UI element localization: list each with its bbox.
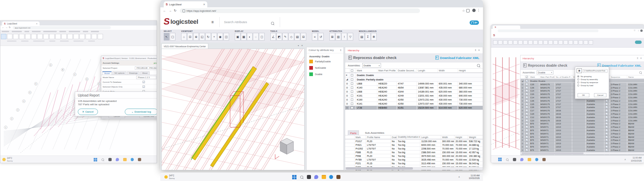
column-header[interactable]: Main Part Profile (377, 69, 397, 72)
tray-chevron-icon[interactable]: ∧ (624, 158, 626, 161)
search-icon[interactable] (477, 64, 480, 67)
row-expander[interactable]: ⊞ (521, 119, 525, 122)
row-expander[interactable]: ⊞ (345, 98, 350, 102)
ribbon-tool-button[interactable] (73, 34, 79, 39)
row-checkbox[interactable] (526, 113, 528, 115)
row-checkbox[interactable] (526, 122, 528, 125)
assemblies-dropdown[interactable]: Doable▾ (537, 70, 553, 74)
home-view-icon[interactable]: ⌂ (181, 33, 187, 41)
menu-kebab-icon[interactable]: ⋮ (477, 8, 480, 12)
toolbar-button[interactable] (553, 40, 558, 45)
column-header[interactable]: Height (458, 69, 483, 72)
column-header[interactable]: Width (438, 69, 458, 72)
close-icon[interactable]: ✕ (640, 57, 642, 60)
export-tab-about[interactable]: About (140, 71, 150, 75)
right-assembly-row[interactable]: ⊞C12WS8X17516/16Available2-Phase 2COLUMN (521, 116, 644, 119)
export-tab-nc-options[interactable]: NC options (112, 71, 126, 75)
viewport-minimize-icon[interactable]: ▾ (298, 44, 299, 47)
row-expander[interactable]: ⊟ (345, 106, 350, 110)
bookmark-star-icon[interactable]: ☆ (634, 29, 636, 32)
row-expander[interactable]: ⊞ (521, 106, 525, 109)
chat-icon[interactable] (115, 158, 119, 161)
isolate-parts-icon[interactable]: ◻ (259, 33, 265, 41)
ribbon-tool-button[interactable] (55, 34, 61, 39)
camera-icon[interactable]: ◫ (223, 33, 229, 41)
markup-icon[interactable]: ✎ (282, 33, 288, 41)
file-explorer-icon[interactable] (123, 158, 126, 161)
row-checkbox[interactable] (526, 136, 528, 138)
group-expander[interactable]: ◢ (521, 79, 525, 82)
right-notification-badge[interactable] (635, 41, 642, 44)
hamburger-menu-icon[interactable]: ≡ (211, 20, 214, 24)
parts-row[interactable]: P221PL15NoToo big3113.498 mm150.000 mm15… (345, 162, 483, 165)
column-header[interactable]: Height (454, 135, 468, 139)
grouping-option[interactable]: Group by assembly (577, 78, 607, 80)
row-checkbox[interactable] (526, 89, 528, 92)
left-weather-widget[interactable]: 24°C Sunny (2, 157, 13, 162)
row-expander[interactable]: ⊞ (521, 83, 525, 86)
row-expander[interactable]: ⊞ (521, 148, 525, 152)
row-expander[interactable]: ⊞ (345, 102, 350, 106)
close-icon[interactable]: ✕ (203, 3, 205, 6)
column-header[interactable]: Mark (355, 135, 366, 139)
forward-icon[interactable]: → (168, 9, 172, 12)
right-clock[interactable]: 11:00 AM10/03/2026 (631, 157, 642, 162)
availability-checkbox[interactable] (605, 129, 608, 131)
parts-row[interactable]: Pr1092L70/70/7NoToo big2298.500 mm70.000… (345, 147, 483, 150)
grouping-option[interactable]: No grouping (577, 75, 607, 77)
column-header[interactable]: Name (627, 75, 644, 78)
row-expander[interactable]: ⊞ (345, 86, 350, 89)
row-expander[interactable]: ⊞ (521, 132, 525, 135)
weather-widget[interactable]: 24°C Sunny (164, 174, 175, 180)
toolbar-button[interactable] (589, 40, 593, 45)
right-assembly-row[interactable]: ⊞B75WS8X7113/13Available2-Phase 2BEAM (521, 129, 644, 132)
availability-checkbox[interactable] (605, 139, 608, 141)
search-icon[interactable] (505, 158, 509, 161)
column-header[interactable]: Length (420, 135, 441, 139)
left-url-field[interactable]: app.logicsteel.net (13, 26, 111, 29)
row-expander[interactable]: ⊞ (521, 109, 525, 112)
right-assembly-row[interactable]: ⊞C23WS8X17515/15Available2-Phase 2COLUMN (521, 119, 644, 122)
ribbon-tool-button[interactable] (79, 34, 85, 39)
availability-checkbox[interactable] (605, 142, 608, 144)
availability-checkbox[interactable] (605, 145, 608, 148)
row-checkbox[interactable] (351, 86, 353, 89)
attribute-filter-icon[interactable]: ▽ (347, 33, 353, 41)
row-checkbox[interactable] (526, 142, 528, 144)
right-assembly-row[interactable]: ⊞B75WS8X7113/13Available2-Phase 2BEAM (521, 135, 644, 139)
shaded-view-icon[interactable]: ▣ (235, 33, 240, 41)
chat-icon[interactable] (520, 158, 524, 161)
column-header[interactable]: No. of Doable P... ▴ (555, 75, 572, 78)
availability-checkbox[interactable] (605, 100, 608, 102)
detail-tab-sub-assemblies[interactable]: Sub-Assemblies (363, 130, 386, 135)
export-path-icon[interactable]: ▣ (577, 68, 582, 73)
file-explorer-icon[interactable] (527, 158, 531, 161)
column-header[interactable]: Length (417, 69, 438, 72)
search-icon[interactable] (299, 175, 304, 179)
row-expander[interactable]: ⊞ (521, 89, 525, 93)
row-checkbox[interactable] (526, 145, 528, 148)
zoom-window-icon[interactable]: ◱ (199, 33, 205, 41)
horizontal-scrollbar[interactable] (345, 167, 483, 170)
availability-checkbox[interactable] (605, 106, 608, 108)
grouping-option[interactable]: Group by sequence (577, 81, 607, 83)
row-checkbox[interactable] (526, 116, 528, 118)
right-assembly-row[interactable]: ⊞B75WS8X7113/13Available2-Phase 2BEAM (521, 122, 644, 126)
toolbar-button[interactable] (579, 40, 583, 45)
column-header[interactable]: Mark (356, 69, 377, 72)
row-checkbox[interactable] (351, 90, 353, 93)
toolbar-button[interactable] (564, 40, 568, 45)
viewport-close-icon[interactable]: ✕ (301, 44, 303, 47)
availability-checkbox[interactable] (605, 119, 608, 122)
row-checkbox[interactable] (351, 99, 353, 101)
row-expander[interactable]: ⊞ (345, 94, 350, 98)
tray-chevron-icon[interactable]: ∧ (458, 176, 460, 178)
profile-avatar[interactable] (472, 9, 476, 12)
right-assembly-row[interactable]: ⊞B75WS8X7113/13Available2-Phase 2BEAM (521, 142, 644, 145)
column-header[interactable]: Profile Name (366, 135, 391, 139)
row-expander[interactable]: ⊞ (521, 86, 525, 89)
column-header[interactable]: Main Part Profile (539, 75, 555, 78)
cancel-button[interactable]: ✕Cancel (78, 109, 98, 115)
row-checkbox[interactable] (526, 109, 528, 112)
viewport-tab[interactable]: VS21-0097 Nieuwbouw Engineering Center (161, 43, 208, 49)
